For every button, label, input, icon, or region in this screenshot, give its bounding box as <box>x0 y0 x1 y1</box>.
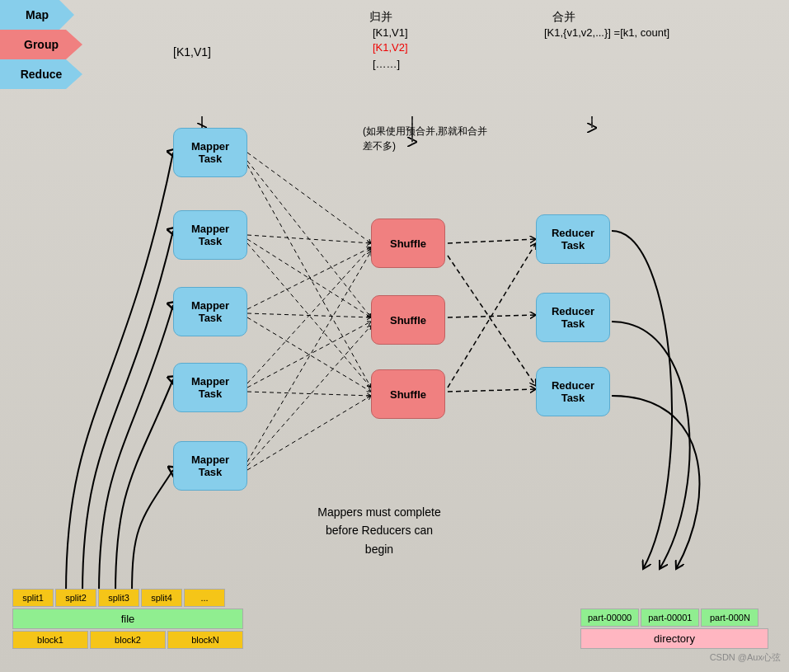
svg-line-5 <box>247 165 371 388</box>
mapper-task-2: MapperTask <box>173 210 247 260</box>
combine-formula: [K1,{v1,v2,...}] =[k1, count] <box>544 26 669 39</box>
split4: split4 <box>141 589 182 607</box>
shuffle-task-1: Shuffle <box>371 219 445 268</box>
svg-line-9 <box>247 247 371 309</box>
reducer-task-1: ReducerTask <box>536 214 610 264</box>
mapper-task-5: MapperTask <box>173 441 247 491</box>
merge-label: 归并 <box>369 10 392 25</box>
reduce-label: Reduce <box>21 68 63 81</box>
svg-line-3 <box>247 153 371 243</box>
mapper-task-4: MapperTask <box>173 363 247 412</box>
svg-line-4 <box>247 161 371 317</box>
group-label: Group <box>24 38 59 51</box>
group-arrow: Group <box>0 30 82 59</box>
file-label: file <box>12 609 243 629</box>
merge-dots: [……] <box>373 58 400 70</box>
svg-line-19 <box>448 256 536 386</box>
reducer-task-3: ReducerTask <box>536 367 610 416</box>
svg-line-6 <box>247 235 371 243</box>
shuffle-task-2: Shuffle <box>371 295 445 345</box>
svg-line-8 <box>247 243 371 388</box>
mapper-task-3: MapperTask <box>173 287 247 336</box>
part-00001: part-00001 <box>641 609 699 627</box>
main-diagram: [K1,V1] 归并 [K1,V1] [K1,V2] [……] 合并 [K1,{… <box>0 0 789 672</box>
svg-line-12 <box>247 247 371 383</box>
reduce-arrow: Reduce <box>0 59 82 89</box>
part-00000: part-00000 <box>580 609 639 627</box>
svg-line-7 <box>247 239 371 317</box>
block-row: block1 block2 blockN <box>12 631 243 649</box>
map-label: Map <box>26 8 49 21</box>
svg-line-18 <box>448 239 536 243</box>
svg-line-14 <box>247 392 371 396</box>
svg-line-22 <box>448 389 536 392</box>
svg-line-17 <box>247 396 371 470</box>
output-section: part-00000 part-00001 part-000N director… <box>580 609 768 649</box>
watermark: CSDN @Aux心弦 <box>710 651 781 664</box>
map-arrow: Map <box>0 0 74 30</box>
svg-line-21 <box>448 243 536 388</box>
reducer-task-2: ReducerTask <box>536 293 610 342</box>
block1: block1 <box>12 631 88 649</box>
directory-label: directory <box>580 628 768 649</box>
svg-line-15 <box>247 251 371 462</box>
k1v1-label: [K1,V1] <box>173 45 211 59</box>
part-row: part-00000 part-00001 part-000N <box>580 609 768 627</box>
merge-k1v1: [K1,V1] <box>373 26 408 39</box>
group-note: (如果使用预合并,那就和合并差不多) <box>363 124 495 153</box>
shuffle-task-3: Shuffle <box>371 369 445 419</box>
split3: split3 <box>98 589 139 607</box>
merge-k1v2: [K1,V2] <box>373 41 408 54</box>
combine-label: 合并 <box>552 10 575 25</box>
split1: split1 <box>12 589 54 607</box>
svg-line-11 <box>247 317 371 392</box>
svg-line-16 <box>247 326 371 466</box>
part-000N: part-000N <box>701 609 758 627</box>
input-section: split1 split2 split3 split4 ... file blo… <box>12 589 243 649</box>
blockN: blockN <box>167 631 243 649</box>
split-row: split1 split2 split3 split4 ... <box>12 589 243 607</box>
svg-line-20 <box>448 315 536 317</box>
mapper-task-1: MapperTask <box>173 128 247 177</box>
block2: block2 <box>90 631 166 649</box>
split2: split2 <box>55 589 96 607</box>
mappers-note: Mappers must complete before Reducers ca… <box>313 503 445 558</box>
split-dots: ... <box>184 589 225 607</box>
svg-line-13 <box>247 322 371 388</box>
svg-line-10 <box>247 313 371 317</box>
